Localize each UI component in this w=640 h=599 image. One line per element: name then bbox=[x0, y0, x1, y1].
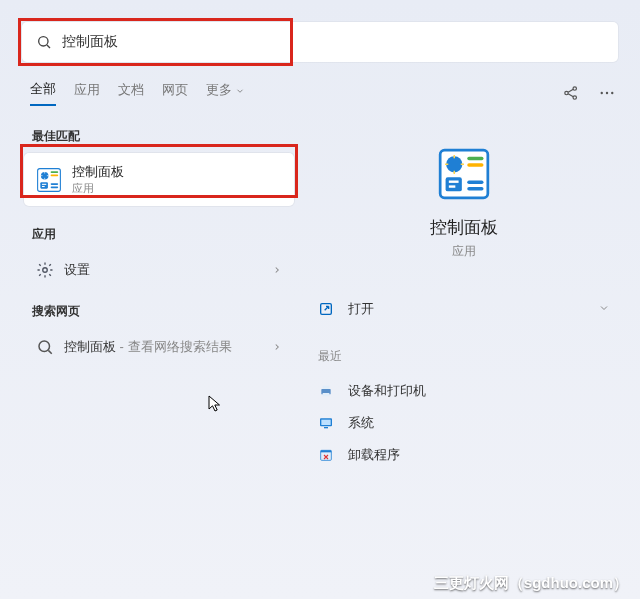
svg-rect-29 bbox=[449, 181, 459, 183]
share-icon[interactable] bbox=[562, 84, 580, 102]
svg-rect-36 bbox=[321, 420, 330, 425]
search-bar[interactable] bbox=[22, 22, 618, 62]
search-input[interactable] bbox=[62, 34, 604, 50]
open-icon bbox=[318, 301, 334, 317]
control-panel-icon bbox=[36, 167, 62, 193]
web-search-text: 控制面板 - 查看网络搜索结果 bbox=[64, 338, 262, 356]
web-search-item[interactable]: 控制面板 - 查看网络搜索结果 bbox=[24, 328, 294, 366]
svg-rect-13 bbox=[51, 174, 59, 176]
svg-point-7 bbox=[601, 92, 603, 94]
svg-point-4 bbox=[573, 96, 576, 99]
chevron-down-icon[interactable] bbox=[598, 300, 610, 318]
svg-rect-18 bbox=[42, 185, 45, 186]
search-icon bbox=[36, 338, 54, 356]
best-match-title: 控制面板 bbox=[72, 163, 124, 181]
recent-label-text: 设备和打印机 bbox=[348, 382, 426, 400]
preview-title: 控制面板 bbox=[310, 216, 618, 239]
tab-all[interactable]: 全部 bbox=[30, 80, 56, 106]
svg-rect-14 bbox=[51, 183, 59, 185]
svg-rect-12 bbox=[51, 171, 59, 173]
svg-rect-16 bbox=[40, 182, 48, 189]
section-search-web: 搜索网页 bbox=[32, 303, 286, 320]
open-action[interactable]: 打开 bbox=[310, 294, 618, 324]
tab-more[interactable]: 更多 bbox=[206, 81, 245, 105]
svg-line-21 bbox=[48, 350, 51, 353]
web-search-main: 控制面板 bbox=[64, 339, 116, 354]
svg-rect-17 bbox=[42, 183, 46, 184]
svg-point-19 bbox=[43, 268, 48, 273]
preview-panel: 控制面板 应用 打开 最近 设备和打印机 系统 卸载程序 bbox=[310, 118, 618, 579]
more-options-icon[interactable] bbox=[598, 84, 616, 102]
section-best-match: 最佳匹配 bbox=[32, 128, 286, 145]
system-icon bbox=[318, 415, 334, 431]
apps-item-label: 设置 bbox=[64, 261, 262, 279]
recent-label: 最近 bbox=[310, 348, 618, 365]
recent-label-text: 系统 bbox=[348, 414, 374, 432]
recent-uninstall[interactable]: 卸载程序 bbox=[310, 439, 618, 471]
svg-rect-28 bbox=[446, 177, 462, 191]
tab-more-label: 更多 bbox=[206, 82, 232, 97]
svg-point-2 bbox=[565, 91, 568, 94]
printer-icon bbox=[318, 383, 334, 399]
uninstall-icon bbox=[318, 447, 334, 463]
svg-point-9 bbox=[611, 92, 613, 94]
svg-rect-30 bbox=[449, 185, 456, 187]
results-left-column: 最佳匹配 控制面板 应用 应用 设置 搜索网页 控制面板 - 查看网络搜索结果 bbox=[24, 118, 294, 366]
web-search-sub: - 查看网络搜索结果 bbox=[116, 339, 232, 354]
watermark-text: 三更灯火网（sgdhuo.com） bbox=[434, 574, 628, 593]
svg-rect-37 bbox=[324, 427, 328, 428]
svg-point-0 bbox=[39, 37, 48, 46]
apps-item-settings[interactable]: 设置 bbox=[24, 251, 294, 289]
svg-rect-25 bbox=[467, 163, 483, 166]
svg-point-8 bbox=[606, 92, 608, 94]
svg-rect-27 bbox=[467, 187, 483, 190]
chevron-right-icon bbox=[272, 338, 282, 356]
open-label: 打开 bbox=[348, 300, 598, 318]
mouse-cursor-icon bbox=[208, 395, 222, 413]
chevron-right-icon bbox=[272, 261, 282, 279]
svg-rect-34 bbox=[323, 393, 330, 396]
chevron-down-icon bbox=[235, 86, 245, 96]
svg-point-23 bbox=[446, 156, 462, 172]
svg-rect-15 bbox=[51, 186, 59, 188]
tabs-row: 全部 应用 文档 网页 更多 bbox=[30, 80, 616, 106]
recent-system[interactable]: 系统 bbox=[310, 407, 618, 439]
svg-rect-33 bbox=[323, 386, 330, 389]
gear-icon bbox=[36, 261, 54, 279]
search-icon bbox=[36, 34, 52, 50]
recent-devices-printers[interactable]: 设备和打印机 bbox=[310, 375, 618, 407]
svg-line-6 bbox=[568, 94, 573, 97]
svg-line-1 bbox=[47, 45, 50, 48]
svg-rect-24 bbox=[467, 157, 483, 160]
tab-web[interactable]: 网页 bbox=[162, 81, 188, 105]
section-apps: 应用 bbox=[32, 226, 286, 243]
best-match-subtitle: 应用 bbox=[72, 181, 124, 196]
tab-apps[interactable]: 应用 bbox=[74, 81, 100, 105]
svg-point-3 bbox=[573, 87, 576, 90]
preview-subtitle: 应用 bbox=[310, 243, 618, 260]
svg-rect-26 bbox=[467, 181, 483, 184]
recent-label-text: 卸载程序 bbox=[348, 446, 400, 464]
tab-documents[interactable]: 文档 bbox=[118, 81, 144, 105]
svg-line-5 bbox=[568, 89, 573, 92]
best-match-item[interactable]: 控制面板 应用 bbox=[24, 153, 294, 206]
svg-rect-39 bbox=[321, 450, 332, 452]
control-panel-icon-large bbox=[438, 148, 490, 200]
svg-point-20 bbox=[39, 341, 50, 352]
